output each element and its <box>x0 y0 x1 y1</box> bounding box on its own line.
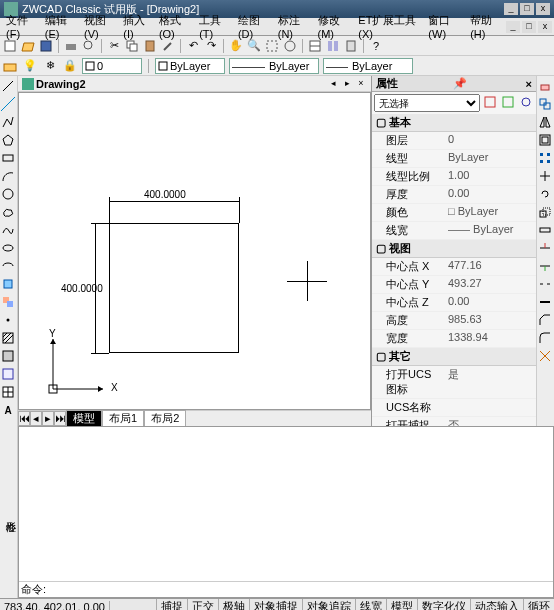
close-button[interactable]: x <box>536 3 550 15</box>
trim-icon[interactable] <box>537 240 553 256</box>
zoom-prev-icon[interactable] <box>282 38 298 54</box>
menu-insert[interactable]: 插入(I) <box>119 13 155 40</box>
pan-icon[interactable]: ✋ <box>228 38 244 54</box>
extend-icon[interactable] <box>537 258 553 274</box>
arc-icon[interactable] <box>0 168 16 184</box>
stretch-icon[interactable] <box>537 222 553 238</box>
mode-toggle[interactable]: 正交 <box>187 599 218 610</box>
fillet-icon[interactable] <box>537 330 553 346</box>
props-row[interactable]: 线型比例1.00 <box>372 168 536 186</box>
chamfer-icon[interactable] <box>537 312 553 328</box>
erase-icon[interactable] <box>537 78 553 94</box>
layer-combo[interactable]: 0 <box>82 58 142 74</box>
insert-block-icon[interactable] <box>0 276 16 292</box>
tab-first-icon[interactable]: ⏮ <box>18 411 30 426</box>
tab-model[interactable]: 模型 <box>66 410 102 427</box>
mirror-icon[interactable] <box>537 114 553 130</box>
command-history[interactable] <box>19 427 553 581</box>
hatch-icon[interactable] <box>0 330 16 346</box>
doc-nav-right-icon[interactable]: ▸ <box>341 78 353 90</box>
tab-next-icon[interactable]: ▸ <box>42 411 54 426</box>
zoom-window-icon[interactable] <box>264 38 280 54</box>
revcloud-icon[interactable] <box>0 204 16 220</box>
tab-prev-icon[interactable]: ◂ <box>30 411 42 426</box>
preview-icon[interactable] <box>81 38 97 54</box>
props-icon[interactable] <box>307 38 323 54</box>
polyline-icon[interactable] <box>0 114 16 130</box>
coord-readout[interactable]: 783.40, 402.01, 0.00 <box>0 601 110 611</box>
table-icon[interactable] <box>0 384 16 400</box>
props-row[interactable]: 图层0 <box>372 132 536 150</box>
copy-obj-icon[interactable] <box>537 96 553 112</box>
props-row[interactable]: 高度985.63 <box>372 312 536 330</box>
print-icon[interactable] <box>63 38 79 54</box>
doc-close-icon[interactable]: × <box>355 78 367 90</box>
freeze-icon[interactable]: ❄ <box>42 58 58 74</box>
lineweight-combo[interactable]: ——ByLayer <box>323 58 413 74</box>
lock-icon[interactable]: 🔒 <box>62 58 78 74</box>
menu-draw[interactable]: 绘图(D) <box>234 13 274 40</box>
doc-nav-left-icon[interactable]: ◂ <box>327 78 339 90</box>
mode-toggle[interactable]: 极轴 <box>218 599 249 610</box>
make-block-icon[interactable] <box>0 294 16 310</box>
menu-format[interactable]: 格式(O) <box>155 13 195 40</box>
zoom-icon[interactable]: 🔍 <box>246 38 262 54</box>
ellipse-icon[interactable] <box>0 240 16 256</box>
props-row[interactable]: 中心点 Y493.27 <box>372 276 536 294</box>
tab-layout2[interactable]: 布局2 <box>144 410 186 427</box>
props-section[interactable]: ▢ 基本 <box>372 114 536 132</box>
drawing-canvas[interactable]: 400.0000 400.0000 X Y <box>18 92 371 410</box>
join-icon[interactable] <box>537 294 553 310</box>
rotate-icon[interactable] <box>537 186 553 202</box>
mode-toggle[interactable]: 对象追踪 <box>302 599 355 610</box>
menu-et[interactable]: ET扩展工具(X) <box>354 13 424 40</box>
command-window[interactable]: 命令: <box>18 426 554 598</box>
match-icon[interactable] <box>160 38 176 54</box>
mode-toggle[interactable]: 动态输入 <box>470 599 523 610</box>
point-icon[interactable] <box>0 312 16 328</box>
menu-view[interactable]: 视图(V) <box>80 13 119 40</box>
props-row[interactable]: 中心点 X477.16 <box>372 258 536 276</box>
color-combo[interactable]: ByLayer <box>155 58 225 74</box>
minimize-button[interactable]: _ <box>504 3 518 15</box>
spline-icon[interactable] <box>0 222 16 238</box>
undo-icon[interactable]: ↶ <box>185 38 201 54</box>
mtext-icon[interactable]: A <box>0 402 16 418</box>
save-icon[interactable] <box>38 38 54 54</box>
circle-icon[interactable] <box>0 186 16 202</box>
props-section[interactable]: ▢ 其它 <box>372 348 536 366</box>
props-row[interactable]: 打开UCS图标是 <box>372 366 536 399</box>
explode-icon[interactable] <box>537 348 553 364</box>
tab-layout1[interactable]: 布局1 <box>102 410 144 427</box>
tool-palette-icon[interactable] <box>343 38 359 54</box>
gradient-icon[interactable] <box>0 348 16 364</box>
props-row[interactable]: 颜色□ ByLayer <box>372 204 536 222</box>
mode-toggle[interactable]: 对象捕捉 <box>249 599 302 610</box>
scale-icon[interactable] <box>537 204 553 220</box>
move-icon[interactable] <box>537 168 553 184</box>
props-row[interactable]: UCS名称 <box>372 399 536 417</box>
menu-dimension[interactable]: 标注(N) <box>274 13 314 40</box>
doc-minimize-button[interactable]: _ <box>506 21 520 33</box>
design-center-icon[interactable] <box>325 38 341 54</box>
props-row[interactable]: 厚度0.00 <box>372 186 536 204</box>
menu-window[interactable]: 窗口(W) <box>424 13 466 40</box>
props-section[interactable]: ▢ 视图 <box>372 240 536 258</box>
layer-state-icon[interactable]: 💡 <box>22 58 38 74</box>
help-icon[interactable]: ? <box>368 38 384 54</box>
mode-toggle[interactable]: 循环 <box>523 599 554 610</box>
mode-toggle[interactable]: 捕捉 <box>156 599 187 610</box>
paste-icon[interactable] <box>142 38 158 54</box>
xline-icon[interactable] <box>0 96 16 112</box>
doc-close-button[interactable]: x <box>538 21 552 33</box>
cut-icon[interactable]: ✂ <box>106 38 122 54</box>
doc-restore-button[interactable]: □ <box>522 21 536 33</box>
menu-file[interactable]: 文件(F) <box>2 13 41 40</box>
mode-toggle[interactable]: 模型 <box>386 599 417 610</box>
open-icon[interactable] <box>20 38 36 54</box>
array-icon[interactable] <box>537 150 553 166</box>
props-row[interactable]: 宽度1338.94 <box>372 330 536 348</box>
tab-last-icon[interactable]: ⏭ <box>54 411 66 426</box>
redo-icon[interactable]: ↷ <box>203 38 219 54</box>
ellipse-arc-icon[interactable] <box>0 258 16 274</box>
